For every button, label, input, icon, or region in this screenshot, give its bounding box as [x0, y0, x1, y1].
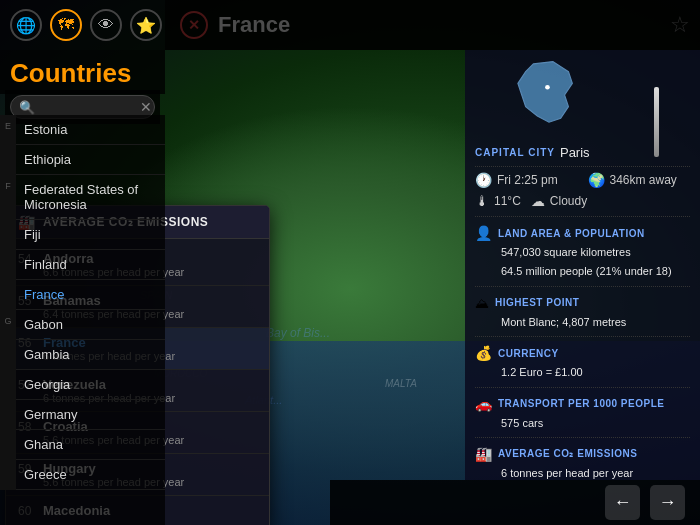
country-items-g: Gabon Gambia Georgia Germany Ghana Greec…	[16, 310, 165, 490]
section-transport-header: 🚗 TRANSPORT PER 1000 PEOPLE	[475, 396, 690, 412]
search-icon: 🔍	[19, 100, 35, 115]
cloud-item: ☁ Cloudy	[531, 193, 587, 209]
list-item[interactable]: Finland	[16, 250, 165, 280]
nav-icons-group: 🌐 🗺 👁 ⭐	[10, 9, 162, 41]
info-panel: CAPITAL CITY Paris 🕐 Fri 2:25 pm 🌍 346km…	[465, 50, 700, 480]
list-item[interactable]: Fiji	[16, 220, 165, 250]
separator-2	[475, 216, 690, 217]
country-items-e: Estonia Ethiopia	[16, 115, 165, 175]
co2-value: 6 tonnes per head per year	[475, 466, 690, 480]
eye-icon[interactable]: 👁	[90, 9, 122, 41]
list-item[interactable]: Gabon	[16, 310, 165, 340]
list-item[interactable]: Germany	[16, 400, 165, 430]
search-input[interactable]	[40, 100, 140, 115]
star-nav-icon[interactable]: ⭐	[130, 9, 162, 41]
population-value: 64.5 million people (21% under 18)	[475, 264, 690, 279]
svg-point-0	[545, 85, 550, 90]
section-height-header: ⛰ HIGHEST POINT	[475, 295, 690, 311]
next-button[interactable]: →	[650, 485, 685, 520]
separator-6	[475, 437, 690, 438]
prev-button[interactable]: ←	[605, 485, 640, 520]
list-item[interactable]: Federated States of Micronesia	[16, 175, 165, 220]
list-item[interactable]: Gambia	[16, 340, 165, 370]
country-visual	[475, 60, 690, 135]
distance-value: 346km away	[610, 173, 677, 187]
temperature-value: 11°C	[494, 194, 521, 208]
alpha-label-e: E	[0, 115, 16, 175]
weather-value: Cloudy	[550, 194, 587, 208]
section-transport-title: TRANSPORT PER 1000 PEOPLE	[498, 398, 664, 409]
country-items-f: Federated States of Micronesia Fiji Finl…	[16, 175, 165, 310]
list-item[interactable]: Ethiopia	[16, 145, 165, 175]
cloud-icon: ☁	[531, 193, 545, 209]
time-distance-row: 🕐 Fri 2:25 pm 🌍 346km away	[475, 172, 690, 188]
thermometer-icon: 🌡	[475, 193, 489, 209]
separator-1	[475, 166, 690, 167]
capital-value: Paris	[560, 145, 590, 160]
title-bar: Countries	[0, 50, 165, 94]
section-currency-title: CURRENCY	[498, 348, 559, 359]
globe-icon[interactable]: 🌐	[10, 9, 42, 41]
alpha-label-f: F	[0, 175, 16, 310]
currency-value: 1.2 Euro = £1.00	[475, 365, 690, 380]
weather-row: 🌡 11°C ☁ Cloudy	[475, 193, 690, 209]
alpha-label-g: G	[0, 310, 16, 490]
factory-icon-right: 🏭	[475, 446, 492, 462]
list-item[interactable]: Greece	[16, 460, 165, 490]
alpha-group-e: E Estonia Ethiopia	[0, 115, 165, 175]
list-item-france[interactable]: France	[16, 280, 165, 310]
distance-icon: 🌍	[588, 172, 605, 188]
country-map-svg	[509, 60, 589, 130]
country-list: E Estonia Ethiopia F Federated States of…	[0, 115, 165, 525]
list-item[interactable]: Georgia	[16, 370, 165, 400]
people-icon: 👤	[475, 225, 492, 241]
mountain-icon: ⛰	[475, 295, 489, 311]
section-currency-header: 💰 CURRENCY	[475, 345, 690, 361]
alpha-group-f: F Federated States of Micronesia Fiji Fi…	[0, 175, 165, 310]
section-co2-title: AVERAGE CO₂ EMISSIONS	[498, 448, 637, 459]
flag-pole	[654, 87, 659, 157]
top-bar: 🌐 🗺 👁 ⭐	[0, 0, 700, 50]
list-item[interactable]: Ghana	[16, 430, 165, 460]
bottom-nav: ← →	[330, 480, 700, 525]
separator-5	[475, 387, 690, 388]
capital-label: CAPITAL CITY	[475, 147, 555, 158]
separator-4	[475, 336, 690, 337]
list-item[interactable]: Estonia	[16, 115, 165, 145]
section-land-header: 👤 LAND AREA & POPULATION	[475, 225, 690, 241]
currency-icon: 💰	[475, 345, 492, 361]
map-icon[interactable]: 🗺	[50, 9, 82, 41]
land-area-value: 547,030 square kilometres	[475, 245, 690, 260]
separator-3	[475, 286, 690, 287]
time-value: Fri 2:25 pm	[497, 173, 558, 187]
car-icon: 🚗	[475, 396, 492, 412]
alpha-group-g: G Gabon Gambia Georgia Germany Ghana Gre…	[0, 310, 165, 490]
highest-point-value: Mont Blanc; 4,807 metres	[475, 315, 690, 330]
distance-item: 🌍 346km away	[588, 172, 691, 188]
search-clear-icon[interactable]: ✕	[140, 99, 152, 115]
transport-value: 575 cars	[475, 416, 690, 431]
section-height-title: HIGHEST POINT	[495, 297, 579, 308]
section-co2-header: 🏭 AVERAGE CO₂ EMISSIONS	[475, 446, 690, 462]
page-title: Countries	[10, 58, 155, 89]
clock-icon: 🕐	[475, 172, 492, 188]
section-land-title: LAND AREA & POPULATION	[498, 228, 645, 239]
temp-item: 🌡 11°C	[475, 193, 521, 209]
time-item: 🕐 Fri 2:25 pm	[475, 172, 578, 188]
